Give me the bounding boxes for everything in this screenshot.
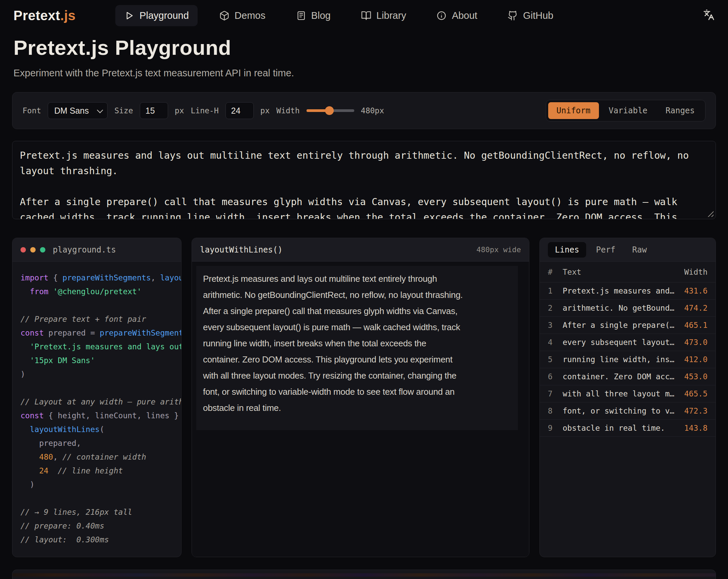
nav-item-label: Playground (139, 10, 189, 21)
output-title: layoutWithLines() (200, 245, 283, 254)
bottom-viz-strip (12, 573, 716, 577)
table-row: 6container. Zero DOM acc…453.0 (540, 368, 716, 385)
play-icon (124, 10, 134, 21)
code-panel-header: playground.ts (12, 238, 181, 261)
code-line: import { prepareWithSegments, layoutWith… (21, 271, 181, 285)
font-select-value: DM Sans (54, 106, 89, 116)
code-line: // Layout at any width — pure arithmetic (21, 395, 181, 409)
nav-item-label: About (452, 10, 477, 21)
nav-item-playground[interactable]: Playground (115, 5, 198, 26)
mode-button-variable[interactable]: Variable (600, 102, 656, 119)
row-text: Pretext.js measures and… (563, 286, 684, 295)
row-text: arithmetic. No getBound… (563, 304, 684, 312)
nav-item-library[interactable]: Library (352, 5, 415, 26)
table-row: 7with all three layout m…465.5 (540, 385, 716, 402)
logo-suffix: .js (60, 8, 76, 23)
output-line: Pretext.js measures and lays out multili… (203, 271, 511, 287)
code-line: // layout: 0.300ms (21, 533, 181, 547)
width-label: Width (276, 106, 300, 115)
mode-button-ranges[interactable]: Ranges (657, 102, 703, 119)
code-line: '15px DM Sans' (21, 354, 181, 368)
resize-grip-icon[interactable] (706, 209, 713, 217)
output-body: Pretext.js measures and lays out multili… (192, 261, 529, 557)
table-row: 5running line width, ins…412.0 (540, 351, 716, 368)
col-num-header: # (548, 268, 563, 276)
code-line: 24 // line height (21, 464, 181, 478)
table-row: 8font, or switching to v…472.3 (540, 402, 716, 420)
output-line: obstacle in real time. (203, 400, 511, 416)
nav-item-label: Library (376, 10, 406, 21)
code-panel: playground.ts import { prepareWithSegmen… (12, 238, 182, 557)
table-row: 3After a single prepare(…465.1 (540, 317, 716, 334)
mode-button-uniform[interactable]: Uniform (548, 102, 599, 119)
row-width: 474.2 (684, 304, 707, 312)
row-text: with all three layout m… (563, 389, 684, 398)
output-line: arithmetic. No getBoundingClientRect, no… (203, 287, 511, 303)
code-body: import { prepareWithSegments, layoutWith… (12, 261, 181, 557)
lines-panel-tabs: LinesPerfRaw (548, 242, 654, 257)
page-subtitle: Experiment with the Pretext.js text meas… (14, 68, 714, 79)
code-line: const { height, lineCount, lines } = (21, 409, 181, 423)
text-input-wrap: Pretext.js measures and lays out multili… (12, 141, 716, 219)
code-line: 480, // container width (21, 450, 181, 464)
nav-item-label: Blog (311, 10, 331, 21)
navbar: Pretext.js PlaygroundDemosBlogLibraryAbo… (0, 0, 728, 31)
nav-item-label: Demos (235, 10, 265, 21)
row-width: 412.0 (684, 355, 707, 364)
tab-lines[interactable]: Lines (548, 242, 586, 257)
logo[interactable]: Pretext.js (14, 8, 76, 23)
output-line: font, or switching to variable-width mod… (203, 384, 511, 400)
row-num: 4 (548, 338, 563, 347)
output-panel: layoutWithLines() 480px wide Pretext.js … (191, 238, 529, 557)
output-line: running line width, insert breaks when t… (203, 335, 511, 351)
nav-item-blog[interactable]: Blog (287, 5, 339, 26)
book-open-icon (361, 10, 371, 21)
row-num: 8 (548, 406, 563, 415)
package-icon (219, 10, 230, 21)
size-unit: px (175, 106, 184, 115)
translate-icon[interactable] (703, 9, 714, 22)
row-num: 6 (548, 372, 563, 381)
nav-item-github[interactable]: GitHub (499, 5, 562, 26)
size-input[interactable] (140, 102, 168, 119)
row-width: 472.3 (684, 406, 707, 415)
code-line (21, 381, 181, 395)
row-text: running line width, ins… (563, 355, 684, 364)
col-width-header: Width (684, 268, 707, 276)
row-num: 1 (548, 286, 563, 295)
output-line: with all three layout modes. Try resizin… (203, 368, 511, 384)
row-width: 143.8 (684, 424, 707, 432)
nav-item-label: GitHub (523, 10, 553, 21)
row-text: After a single prepare(… (563, 321, 684, 329)
panels-row: playground.ts import { prepareWithSegmen… (12, 238, 716, 557)
nav-item-demos[interactable]: Demos (210, 5, 274, 26)
window-dot-1 (30, 247, 36, 253)
size-label: Size (114, 106, 133, 115)
output-width-badge: 480px wide (476, 246, 521, 254)
nav-item-about[interactable]: About (427, 5, 486, 26)
row-num: 7 (548, 389, 563, 398)
slider-thumb[interactable] (325, 106, 334, 115)
table-header: # Text Width (540, 261, 716, 282)
table-row: 1Pretext.js measures and…431.6 (540, 282, 716, 300)
lineheight-label: Line-H (190, 106, 218, 115)
font-label: Font (23, 106, 41, 115)
tab-perf[interactable]: Perf (589, 242, 622, 257)
tab-raw[interactable]: Raw (625, 242, 654, 257)
code-line: 'Pretext.js measures and lays out multil… (21, 340, 181, 354)
code-line: prepared, (21, 436, 181, 450)
output-line: After a single prepare() call that measu… (203, 303, 511, 319)
code-line: ) (21, 368, 181, 381)
row-num: 3 (548, 321, 563, 329)
lineheight-input[interactable] (226, 102, 254, 119)
code-line: from '@chenglou/pretext' (21, 285, 181, 299)
info-icon (436, 10, 447, 21)
nav-items: PlaygroundDemosBlogLibraryAboutGitHub (115, 5, 562, 26)
output-text-container: Pretext.js measures and lays out multili… (196, 266, 518, 430)
width-slider[interactable] (307, 106, 354, 115)
font-select-wrap: DM Sans (48, 102, 108, 119)
code-filename: playground.ts (53, 245, 116, 254)
row-width: 473.0 (684, 338, 707, 347)
lines-panel-header: LinesPerfRaw (540, 238, 716, 261)
text-input[interactable]: Pretext.js measures and lays out multili… (12, 141, 716, 219)
